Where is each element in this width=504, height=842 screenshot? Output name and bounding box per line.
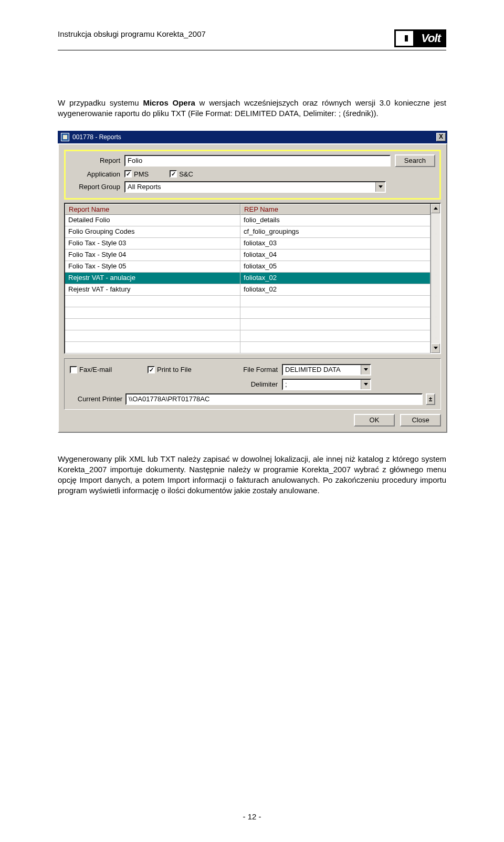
report-group-combo[interactable]: All Reports (124, 181, 386, 193)
ok-button[interactable]: OK (354, 414, 395, 427)
table-row-empty (65, 330, 430, 342)
page-number: - 12 - (0, 812, 504, 821)
file-format-combo[interactable]: DELIMITED DATA (282, 364, 371, 376)
sc-checkbox-label: S&C (179, 170, 193, 178)
table-row-empty (65, 296, 430, 307)
col-rep-name[interactable]: REP Name (240, 204, 430, 215)
fax-checkbox-label: Fax/E-mail (79, 366, 112, 373)
document-header: Instrukcja obsługi programu Korekta_2007… (58, 29, 446, 50)
current-printer-input[interactable]: \\OA01778A\PRT01778AC (125, 393, 423, 405)
cell-rep-name: foliotax_05 (240, 261, 430, 272)
print-to-file-checkbox[interactable]: ✓Print to File (148, 366, 226, 373)
printer-select-button[interactable] (426, 393, 435, 405)
delimiter-combo[interactable]: ; (282, 379, 371, 390)
report-grid[interactable]: Report Name REP Name Detailed Foliofolio… (64, 203, 441, 354)
instructions-paragraph: Wygenerowany plik XML lub TXT należy zap… (58, 454, 446, 496)
report-group-value: All Reports (125, 182, 375, 192)
p2-h: Import informacji o fakturach anulowanyc… (167, 475, 318, 484)
cell-report-name: Folio Grouping Codes (65, 226, 240, 237)
table-row[interactable]: Folio Tax - Style 05foliotax_05 (65, 261, 430, 273)
report-label: Report (70, 157, 120, 164)
delimiter-value: ; (283, 380, 361, 389)
report-group-label: Report Group (70, 183, 120, 191)
table-row[interactable]: Folio Grouping Codescf_folio_groupings (65, 226, 430, 238)
cell-rep-name: foliotax_04 (240, 250, 430, 261)
cell-report-name: Folio Tax - Style 03 (65, 238, 240, 249)
chevron-down-icon (361, 365, 370, 375)
pms-checkbox-label: PMS (134, 170, 149, 178)
close-dialog-button[interactable]: Close (400, 414, 441, 427)
scroll-track[interactable] (431, 213, 440, 344)
scroll-up-icon[interactable] (431, 204, 440, 213)
table-row[interactable]: Rejestr VAT - anulacjefoliotax_02 (65, 273, 430, 284)
search-button[interactable]: Search (395, 154, 435, 167)
fax-checkbox[interactable]: Fax/E-mail (70, 366, 143, 373)
cell-report-name: Detailed Folio (65, 215, 240, 226)
p2-g: , a potem (130, 475, 167, 484)
chevron-down-icon (375, 182, 385, 192)
embedded-screenshot: 001778 - Reports X Report Folio Search A… (58, 131, 447, 433)
p2-d: Korekta_2007 (302, 465, 351, 474)
col-report-name[interactable]: Report Name (65, 204, 240, 215)
table-row-empty (65, 307, 430, 319)
filter-highlight-box: Report Folio Search Application ✓PMS ✓S&… (64, 150, 441, 200)
window-title: 001778 - Reports (72, 133, 436, 141)
table-row-empty (65, 342, 430, 354)
pms-checkbox[interactable]: ✓PMS (124, 170, 149, 178)
p1-a: W przypadku systemu (58, 98, 143, 107)
logo-text: Volt (418, 31, 445, 46)
close-button[interactable]: X (436, 133, 446, 141)
table-row[interactable]: Detailed Foliofolio_details (65, 215, 430, 226)
cell-report-name: Rejestr VAT - anulacje (65, 273, 240, 284)
table-row[interactable]: Folio Tax - Style 03foliotax_03 (65, 238, 430, 250)
p2-c: importuje dokumenty. Następnie należy w … (107, 465, 301, 474)
cell-report-name: Folio Tax - Style 04 (65, 250, 240, 261)
table-row[interactable]: Folio Tax - Style 04foliotax_04 (65, 250, 430, 261)
current-printer-label: Current Printer (70, 395, 122, 403)
cell-report-name: Rejestr VAT - faktury (65, 284, 240, 295)
chevron-down-icon (361, 380, 370, 389)
app-icon (61, 133, 69, 141)
p1-b: Micros Opera (143, 98, 195, 107)
output-panel: Fax/E-mail ✓Print to File File Format DE… (64, 358, 441, 410)
cell-rep-name: cf_folio_groupings (240, 226, 430, 237)
report-input[interactable]: Folio (124, 155, 391, 167)
document-title: Instrukcja obsługi programu Korekta_2007 (58, 29, 206, 38)
cell-rep-name: foliotax_02 (240, 284, 430, 295)
p2-b: Korekta_2007 (58, 465, 107, 474)
cell-rep-name: foliotax_03 (240, 238, 430, 249)
cell-rep-name: foliotax_02 (240, 273, 430, 284)
sc-checkbox[interactable]: ✓S&C (170, 170, 193, 178)
window-titlebar: 001778 - Reports X (58, 131, 447, 143)
delimiter-label: Delimiter (230, 380, 278, 388)
grid-scrollbar[interactable] (430, 204, 440, 353)
logo: Volt (394, 29, 446, 48)
p2-a: Wygenerowany plik XML lub TXT należy zap… (58, 454, 446, 463)
cell-rep-name: folio_details (240, 215, 430, 226)
table-row-empty (65, 319, 430, 330)
p2-f: Import danych (79, 475, 130, 484)
cell-report-name: Folio Tax - Style 05 (65, 261, 240, 272)
application-label: Application (70, 170, 120, 178)
print-to-file-checkbox-label: Print to File (157, 366, 192, 373)
intro-paragraph: W przypadku systemu Micros Opera w wersj… (58, 98, 446, 119)
file-format-label: File Format (230, 366, 278, 373)
scroll-down-icon[interactable] (431, 344, 440, 353)
table-row[interactable]: Rejestr VAT - fakturyfoliotax_02 (65, 284, 430, 296)
file-format-value: DELIMITED DATA (283, 365, 361, 375)
